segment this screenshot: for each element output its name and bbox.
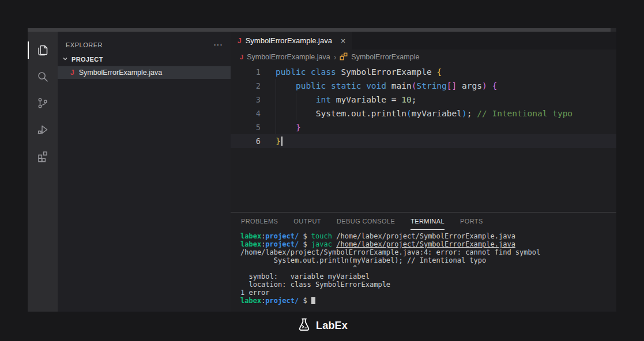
panel-tab-output[interactable]: OUTPUT bbox=[293, 213, 321, 230]
terminal-cursor bbox=[311, 297, 315, 304]
explorer-header-title: EXPLORER bbox=[66, 41, 213, 48]
terminal-line: 1 error bbox=[240, 289, 616, 297]
line-number: 5 bbox=[231, 120, 261, 134]
indent-guide bbox=[276, 79, 276, 134]
java-file-icon: J bbox=[70, 69, 74, 77]
line-number: 1 bbox=[231, 65, 261, 79]
labex-brand-text: LabEx bbox=[316, 320, 348, 332]
activity-bar bbox=[28, 32, 58, 312]
java-file-icon: J bbox=[240, 54, 243, 60]
panel-tab-bar: PROBLEMSOUTPUTDEBUG CONSOLETERMINALPORTS bbox=[231, 213, 616, 230]
line-number: 2 bbox=[231, 79, 261, 93]
tab-title: SymbolErrorExample.java bbox=[246, 36, 332, 45]
activity-item-run-debug[interactable] bbox=[28, 116, 58, 143]
terminal-line: /home/labex/project/SymbolErrorExample.j… bbox=[240, 248, 616, 256]
folder-label: PROJECT bbox=[71, 56, 103, 63]
terminal-line: System.out.println(myVariabel); // Inten… bbox=[240, 256, 616, 264]
breadcrumb-separator: › bbox=[334, 52, 337, 62]
chevron-down-icon bbox=[61, 55, 69, 64]
panel-tab-terminal[interactable]: TERMINAL bbox=[410, 213, 445, 230]
panel-tab-ports[interactable]: PORTS bbox=[460, 213, 483, 230]
terminal-line: symbol: variable myVariabel bbox=[240, 272, 616, 281]
terminal-line: location: class SymbolErrorExample bbox=[240, 281, 616, 289]
labex-brand: LabEx bbox=[0, 317, 644, 335]
breadcrumb: J SymbolErrorExample.java › SymbolErrorE… bbox=[231, 50, 616, 65]
breadcrumb-file[interactable]: SymbolErrorExample.java bbox=[247, 53, 330, 61]
source-control-branch-icon bbox=[36, 96, 50, 110]
panel-tab-debug-console[interactable]: DEBUG CONSOLE bbox=[337, 213, 395, 230]
editor-area: J SymbolErrorExample.java × J SymbolErro… bbox=[231, 32, 616, 312]
explorer-files-icon bbox=[36, 43, 50, 57]
breadcrumb-symbol[interactable]: SymbolErrorExample bbox=[351, 53, 419, 61]
editor-tab-symbolerrorexample[interactable]: J SymbolErrorExample.java × bbox=[231, 32, 352, 50]
terminal-line: labex:project/ $ bbox=[240, 297, 616, 305]
code-line-5: 5 } bbox=[231, 120, 616, 134]
code-line-6: 6} bbox=[231, 134, 616, 148]
search-icon bbox=[36, 70, 50, 84]
explorer-more-actions-icon[interactable]: ··· bbox=[213, 42, 223, 48]
code-line-1: 1public class SymbolErrorExample { bbox=[231, 65, 616, 79]
extensions-icon bbox=[36, 149, 50, 163]
code-line-3: 3 int myVariable = 10; bbox=[231, 93, 616, 107]
labex-flask-icon bbox=[296, 317, 312, 335]
run-debug-icon bbox=[36, 123, 50, 137]
vscode-window: EXPLORER ··· PROJECT J SymbolErrorExampl… bbox=[28, 28, 616, 312]
activity-item-source-control[interactable] bbox=[28, 90, 58, 116]
tab-close-icon[interactable]: × bbox=[341, 36, 345, 46]
explorer-sidebar: EXPLORER ··· PROJECT J SymbolErrorExampl… bbox=[58, 32, 231, 312]
terminal[interactable]: labex:project/ $ touch /home/labex/proje… bbox=[231, 230, 616, 312]
line-number: 6 bbox=[231, 134, 261, 148]
folder-project[interactable]: PROJECT bbox=[58, 52, 231, 66]
code-line-2: 2 public static void main(String[] args)… bbox=[231, 79, 616, 93]
class-symbol-icon bbox=[340, 52, 348, 62]
activity-item-search[interactable] bbox=[28, 63, 58, 90]
editor-tab-strip: J SymbolErrorExample.java × bbox=[231, 32, 616, 50]
code-line-4: 4 System.out.println(myVariabel); // Int… bbox=[231, 107, 616, 120]
activity-item-explorer[interactable] bbox=[28, 37, 58, 63]
file-name: SymbolErrorExample.java bbox=[79, 69, 163, 77]
line-number: 4 bbox=[231, 107, 261, 120]
editor-cursor bbox=[281, 137, 283, 146]
file-item-symbolerrorexample[interactable]: J SymbolErrorExample.java bbox=[58, 66, 231, 79]
activity-item-extensions[interactable] bbox=[28, 143, 58, 169]
terminal-line: labex:project/ $ javac /home/labex/proje… bbox=[240, 240, 616, 248]
terminal-line: labex:project/ $ touch /home/labex/proje… bbox=[240, 232, 616, 240]
terminal-line: ^ bbox=[240, 264, 616, 272]
bottom-panel: PROBLEMSOUTPUTDEBUG CONSOLETERMINALPORTS… bbox=[231, 212, 616, 312]
java-file-icon: J bbox=[238, 37, 242, 45]
code-editor[interactable]: 1public class SymbolErrorExample {2 publ… bbox=[231, 65, 616, 212]
panel-tab-problems[interactable]: PROBLEMS bbox=[241, 213, 278, 230]
indent-guide bbox=[296, 93, 296, 120]
line-number: 3 bbox=[231, 93, 261, 107]
